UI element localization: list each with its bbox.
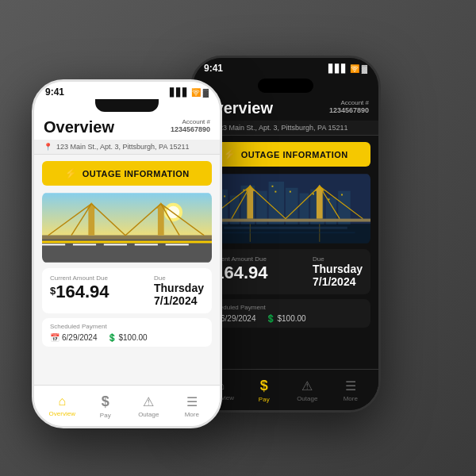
amount-block-white: Current Amount Due $164.94 (50, 274, 109, 302)
svg-rect-18 (290, 191, 291, 193)
status-icons-black: ▋▋▋ 🛜 ▓ (328, 64, 367, 73)
svg-rect-45 (135, 244, 158, 245)
nav-overview-white[interactable]: ⌂ Overview (40, 394, 84, 417)
time-white: 9:41 (45, 86, 64, 98)
account-info-black: Account # 1234567890 (329, 99, 369, 114)
svg-rect-19 (313, 194, 314, 195)
address-text-black: 123 Main St., Apt. 3, Pittsburgh, PA 152… (215, 124, 347, 132)
nav-outage-black[interactable]: ⚠ Outage (286, 378, 329, 402)
nav-pay-white[interactable]: $ Pay (84, 393, 128, 419)
amount-number-black: 164.94 (214, 263, 267, 282)
due-block-black: Due Thursday 7/1/2024 (313, 255, 363, 288)
scheduled-label-black: Scheduled Payment (209, 304, 363, 311)
more-icon-black: ☰ (345, 378, 356, 393)
nav-more-label-black: More (344, 395, 358, 402)
svg-rect-47 (42, 236, 212, 240)
scheduled-row-white: 📅 6/29/2024 💲 $100.00 (50, 333, 204, 342)
nav-pay-black[interactable]: $ Pay (243, 378, 286, 403)
nav-pay-label-white: Pay (100, 412, 111, 419)
outage-text-white: OUTAGE INFORMATION (83, 169, 190, 178)
due-day-white: Thursday (154, 282, 204, 294)
scheduled-row-black: 📅 6/29/2024 💲 $100.00 (209, 314, 363, 323)
nav-more-white[interactable]: ☰ More (171, 394, 214, 418)
nav-outage-label-black: Outage (297, 395, 317, 402)
sched-amount-white: 💲 $100.00 (107, 333, 148, 342)
svg-rect-49 (158, 207, 164, 236)
svg-rect-40 (42, 236, 212, 263)
sched-date-value-black: 6/29/2024 (221, 314, 256, 323)
lightning-icon-white: ⚡ (64, 167, 78, 179)
due-label-white: Due (154, 274, 204, 282)
nav-outage-white[interactable]: ⚠ Outage (127, 394, 171, 418)
svg-rect-21 (341, 194, 343, 196)
nav-more-label-white: More (185, 411, 199, 418)
svg-rect-46 (166, 244, 189, 245)
battery-icon: ▓ (362, 64, 367, 73)
app-header-white: Overview Account # 1234567890 (34, 112, 220, 140)
due-date-black: 7/1/2024 (313, 275, 363, 288)
nav-overview-label-white: Overview (49, 410, 75, 417)
time-black: 9:41 (204, 63, 223, 74)
lightning-icon-black: ⚡ (223, 148, 236, 160)
due-block-white: Due Thursday 7/1/2024 (154, 274, 204, 307)
svg-rect-44 (104, 244, 127, 245)
outage-banner-white[interactable]: ⚡ OUTAGE INFORMATION (42, 161, 212, 186)
nav-pay-label-black: Pay (259, 396, 270, 403)
location-icon-white: 📍 (44, 143, 52, 151)
sched-dollar-icon-black: 💲 (266, 314, 275, 323)
scheduled-section-black: Scheduled Payment 📅 6/29/2024 💲 $100.00 (201, 299, 370, 328)
signal-icon-white: ▋▋▋ (170, 88, 189, 97)
calendar-icon-white: 📅 (50, 333, 60, 342)
status-bar-white: 9:41 ▋▋▋ 🛜 ▓ (34, 82, 220, 99)
outage-icon-white: ⚠ (143, 394, 154, 409)
signal-icon: ▋▋▋ (328, 64, 347, 73)
dynamic-island (258, 79, 313, 93)
address-bar-white: 📍 123 Main St., Apt. 3, Pittsburgh, PA 1… (34, 140, 220, 155)
account-number-white: 1234567890 (171, 125, 210, 133)
phones-container: 9:41 ▋▋▋ 🛜 ▓ Overview Account # 12345678… (16, 16, 460, 460)
bottom-nav-white: ⌂ Overview $ Pay ⚠ Outage ☰ More (34, 385, 220, 426)
phone-white: 9:41 ▋▋▋ 🛜 ▓ Overview Account # 12345678… (32, 79, 222, 428)
amount-number-white: 164.94 (56, 282, 109, 301)
due-date-white: 7/1/2024 (154, 294, 204, 307)
more-icon-white: ☰ (186, 394, 198, 409)
billing-section-white: Current Amount Due $164.94 Due Thursday … (42, 268, 212, 313)
svg-rect-43 (73, 244, 96, 245)
sched-date-white: 📅 6/29/2024 (50, 333, 98, 342)
app-title-white: Overview (44, 118, 114, 136)
svg-rect-22 (201, 219, 370, 222)
status-icons-white: ▋▋▋ 🛜 ▓ (170, 88, 209, 97)
svg-rect-24 (317, 190, 323, 219)
outage-text-black: OUTAGE INFORMATION (241, 150, 348, 159)
svg-rect-16 (271, 186, 273, 187)
pay-icon-white: $ (102, 393, 109, 410)
bridge-image-black (201, 173, 370, 244)
due-day-black: Thursday (313, 263, 363, 275)
nav-more-black[interactable]: ☰ More (329, 378, 373, 402)
account-number-black: 1234567890 (329, 106, 369, 114)
account-label-white: Account # (171, 118, 210, 125)
sched-amount-value-white: $100.00 (119, 333, 148, 342)
amount-value-white: $164.94 (50, 282, 109, 302)
amount-label-white: Current Amount Due (50, 274, 109, 282)
outage-banner-black[interactable]: ⚡ OUTAGE INFORMATION (201, 142, 370, 167)
account-info-white: Account # 1234567890 (171, 118, 210, 133)
account-label-black: Account # (329, 99, 369, 106)
battery-icon-white: ▓ (203, 88, 209, 97)
wifi-icon-white: 🛜 (191, 88, 201, 97)
sched-date-value-white: 6/29/2024 (62, 333, 98, 342)
svg-rect-42 (42, 244, 65, 245)
pay-icon-black: $ (260, 378, 268, 394)
notch (95, 99, 159, 112)
screen-white: Overview Account # 1234567890 📍 123 Main… (34, 112, 220, 409)
scheduled-section-white: Scheduled Payment 📅 6/29/2024 💲 $100.00 (42, 318, 212, 347)
wifi-icon: 🛜 (350, 64, 359, 73)
scheduled-label-white: Scheduled Payment (50, 323, 204, 330)
svg-rect-13 (224, 195, 225, 197)
svg-rect-7 (286, 188, 298, 225)
sched-dollar-icon-white: 💲 (107, 333, 117, 342)
sched-amount-black: 💲 $100.00 (266, 314, 306, 323)
svg-rect-48 (88, 207, 94, 236)
sched-amount-value-black: $100.00 (278, 314, 306, 323)
address-text-white: 123 Main St., Apt. 3, Pittsburgh, PA 152… (56, 143, 189, 151)
